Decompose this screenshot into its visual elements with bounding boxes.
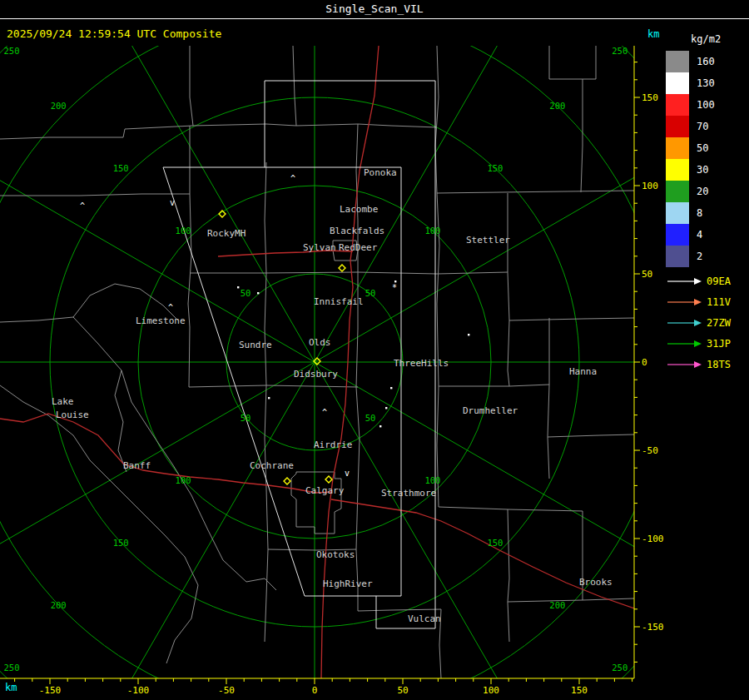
legend-value: 130 (697, 77, 715, 89)
range-ring-label: 150 (487, 163, 503, 173)
legend-color-swatch (666, 94, 689, 116)
range-ring-label: 150 (113, 538, 129, 548)
map-layers: 5010015020025050100150200250501001502002… (0, 46, 664, 700)
color-scale: 16013010070503020842 (666, 51, 749, 267)
x-axis-label: -150 (39, 685, 62, 696)
city-label: Sundre (239, 340, 272, 350)
radar-site-legend: 09EA111V27ZW31JP18TS (666, 271, 749, 375)
town-dot-marker (237, 286, 239, 288)
city-label: RockyMH (207, 228, 246, 239)
boundary-line (437, 193, 439, 507)
range-ring-label: 100 (176, 475, 191, 485)
legend-value: 70 (697, 121, 708, 132)
city-label: Olds (309, 337, 331, 348)
range-ring-label: 250 (612, 663, 627, 673)
caret-down-marker: v (345, 469, 350, 478)
range-ring-label: 150 (113, 163, 129, 173)
boundary-line (548, 434, 634, 437)
title-bar: Single_Scan_VIL (0, 0, 749, 19)
y-axis-label: -150 (642, 622, 664, 633)
x-axis-label: -50 (218, 685, 235, 696)
boundary-line (265, 549, 268, 642)
city-label: Blackfalds (330, 226, 384, 236)
x-axis-label: 100 (483, 685, 499, 696)
radar-map-viewport[interactable]: 5010015020025050100150200250501001502002… (0, 46, 664, 700)
city-label: Didsbury (294, 369, 338, 380)
legend-row: 160 (666, 51, 749, 72)
boundary-line (439, 385, 549, 386)
city-label: Drumheller (463, 405, 518, 416)
boundary-line (291, 472, 341, 534)
city-label: Cochrane (250, 460, 294, 471)
city-label: Banff (123, 460, 151, 471)
y-axis-unit-label: km (647, 28, 659, 40)
range-ring-label: 50 (241, 413, 251, 423)
radar-site-row: 27ZW (666, 312, 749, 333)
city-label: Vulcan (408, 613, 441, 624)
boundary-line (193, 124, 296, 126)
legend-color-swatch (666, 224, 689, 246)
boundary-line (0, 194, 190, 196)
legend-row: 8 (666, 202, 749, 224)
city-label: HighRiver (323, 578, 373, 589)
range-ring-label: 100 (424, 226, 440, 236)
caret-down-marker: v (170, 198, 175, 207)
legend-row: 100 (666, 94, 749, 116)
radar-site-arrow-icon (666, 360, 702, 370)
y-axis-label: 0 (642, 357, 647, 368)
city-label: RedDeer (339, 242, 378, 253)
radar-site-label: 111V (707, 296, 731, 308)
asterisk-marker: * (392, 283, 397, 292)
caret-up-marker: ^ (168, 303, 173, 312)
legend-color-swatch (666, 181, 689, 202)
city-label: Airdrie (314, 439, 352, 450)
boundary-line (508, 320, 509, 386)
site-diamond-marker (284, 478, 290, 484)
legend-row: 50 (666, 137, 749, 159)
radial-line (315, 362, 664, 595)
range-ring-label: 250 (612, 46, 627, 56)
range-ring-label: 250 (4, 46, 20, 56)
x-axis-label: -100 (127, 685, 150, 696)
city-label: Sylvan (303, 242, 336, 253)
boundary-line (358, 609, 441, 611)
boundary-line (0, 46, 193, 139)
legend-units-label: kg/m2 (691, 33, 749, 48)
legend-row: 20 (666, 181, 749, 202)
site-diamond-marker (339, 265, 345, 271)
boundary-line (265, 273, 266, 385)
radar-site-row: 18TS (666, 354, 749, 375)
radar-site-arrow-icon (666, 339, 702, 349)
legend-color-swatch (666, 51, 689, 72)
x-axis-label: 50 (397, 685, 408, 696)
range-ring-label: 250 (4, 663, 20, 673)
city-label: Stettler (466, 235, 510, 246)
boundary-line (581, 79, 583, 192)
city-label: Limestone (136, 315, 186, 326)
radar-site-arrow-icon (666, 276, 702, 286)
timestamp-label: 2025/09/24 12:59:54 UTC Composite (7, 27, 221, 40)
caret-up-marker: ^ (322, 408, 327, 417)
legend-value: 100 (697, 99, 715, 111)
x-axis-label: 150 (571, 685, 588, 696)
range-ring-label: 100 (424, 475, 440, 485)
radar-site-row: 31JP (666, 333, 749, 354)
radar-site-label: 09EA (707, 276, 731, 287)
range-ring-label: 200 (549, 101, 565, 111)
city-label: Calgary (305, 485, 345, 496)
highway-line (0, 414, 331, 493)
boundary-line (549, 46, 596, 79)
legend-color-swatch (666, 116, 689, 137)
y-axis-label: 150 (642, 92, 658, 103)
boundary-line (189, 327, 190, 387)
boundary-line (356, 387, 360, 549)
legend-color-swatch (666, 137, 689, 159)
range-ring-label: 200 (51, 600, 67, 610)
city-label: Ponoka (364, 167, 397, 178)
radial-line (0, 129, 315, 362)
city-label: Brooks (579, 577, 613, 588)
city-label: Innisfail (314, 296, 364, 307)
y-axis-label: 50 (642, 269, 652, 280)
town-dot-marker (257, 292, 259, 294)
radial-line (82, 362, 315, 700)
